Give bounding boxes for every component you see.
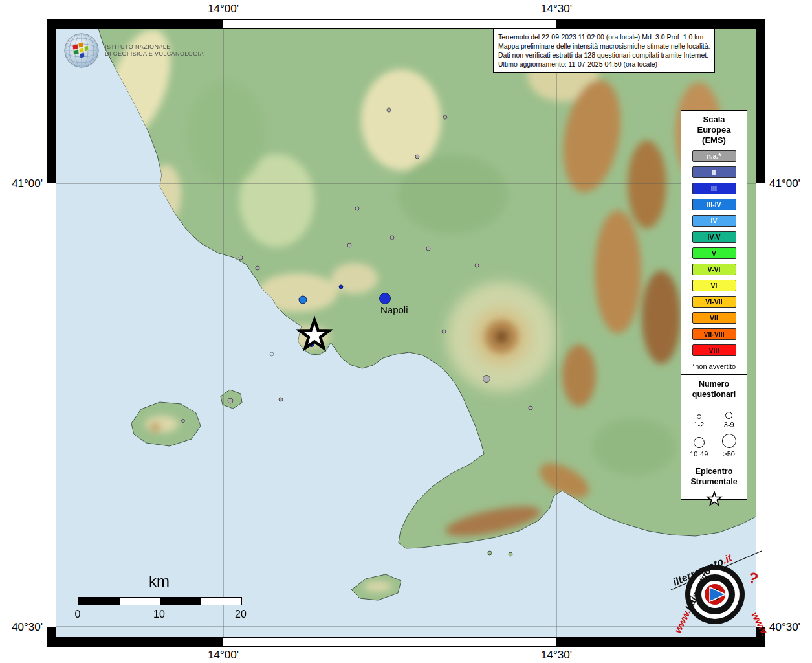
scale-segment [78,598,119,605]
legend-box: Scala Europea (EMS) n.a.*IIIIIIII-IVIVIV… [681,110,747,500]
scale-segment [160,598,201,605]
lat-label-left-1: 41°00' [1,177,43,190]
observation-point-na [443,115,447,119]
islet [509,552,512,556]
lat-label-right-1: 41°00' [769,177,812,190]
scale-segment [119,598,160,605]
observation-point-na [442,330,446,333]
epicenter-title-line2: Strumentale [681,477,747,487]
questionnaire-sizes: 1-23-910-49≥50 [681,399,747,462]
scale-bar-unit: km [94,572,224,590]
info-line-updated: Ultimo aggiornamento: 11-07-2025 04:50 (… [498,60,710,69]
ingv-name-line2: DI GEOFISICA E VULCANOLOGIA [105,51,204,58]
watermark-text-right: www. [749,610,771,637]
lon-label-top-1: 14°00' [191,3,256,16]
observation-point-na [279,398,283,401]
crater-lake [270,352,274,356]
questionnaire-size-label: ≥50 [714,450,745,458]
observation-point-III [380,293,391,304]
observation-point-na [475,264,479,267]
questionnaire-circle-icon [694,437,705,448]
city-label-napoli: Napoli [380,304,408,315]
questionnaire-size-label: 3-9 [714,421,745,429]
observation-point-na [387,108,391,112]
legend-title-line3: (EMS) [681,135,747,146]
observation-point-na [415,155,419,159]
observation-point-na [347,243,351,247]
ems-chip-III-IV: III-IV [692,199,736,210]
scale-tick-20: 20 [232,609,250,620]
questionnaire-circle-icon [722,434,736,448]
ems-chip-IV: IV [692,215,736,227]
questionnaire-title-line2: questionari [681,389,747,399]
scale-tick-0: 0 [70,609,85,620]
questionnaire-size-≥50: ≥50 [714,431,745,458]
ems-chip-VI: VI [692,280,736,291]
ems-chip-V-VI: V-VI [692,264,736,275]
observation-point-III [339,285,343,289]
questionnaire-size-label: 10-49 [684,450,714,458]
haisentitoilterremoto-watermark: ? www.haisentito ilterremoto.it www. [657,539,776,649]
scale-segment [201,598,241,605]
scale-tick-10: 10 [150,609,168,620]
ems-scale-list: n.a.*IIIIIIII-IVIVIV-VVV-VIVIVI-VIIVIIVI… [681,150,747,356]
lon-label-bottom-2: 14°30' [524,649,589,662]
ems-chip-VI-VII: VI-VII [692,296,736,308]
observation-point-na [239,256,243,260]
questionnaire-circle-icon [697,414,701,419]
ems-chip-V: V [692,247,736,259]
observation-point-na [529,406,532,410]
ems-chip-n.a.*: n.a.* [692,150,736,162]
event-info-box: Terremoto del 22-09-2023 11:02:00 (ora l… [493,28,715,73]
legend-divider [681,462,747,462]
watermark-question-mark: ? [747,568,760,588]
info-line-map-type: Mappa preliminare delle intensità macros… [498,41,710,51]
legend-footnote: *non avvertito [681,363,747,370]
questionnaire-title-line1: Numero [681,379,747,389]
observation-point-na [228,398,233,403]
legend-title-line2: Europea [681,125,747,135]
ems-chip-IV-V: IV-V [692,231,736,243]
observation-point-III-IV [299,296,307,304]
ingv-logo: ISTITUTO NAZIONALE DI GEOFISICA E VULCAN… [63,32,204,69]
lon-label-bottom-1: 14°00' [191,649,256,662]
legend-star-icon [706,491,723,508]
observation-point-na [390,236,394,240]
lat-label-left-2: 40°30' [1,621,43,634]
ems-chip-VIII: VIII [692,344,736,356]
legend-title-line1: Scala [681,115,747,125]
watermark-www: www. [672,607,692,635]
observation-point-na [483,376,490,383]
questionnaire-size-10-49: 10-49 [684,431,714,458]
ems-chip-VII: VII [692,312,736,324]
info-line-event: Terremoto del 22-09-2023 11:02:00 (ora l… [498,32,710,41]
observation-point-na [355,207,359,210]
islet [488,551,492,555]
ingv-name-line1: ISTITUTO NAZIONALE [105,43,204,51]
observation-point-na [256,266,259,270]
ingv-globe-icon [63,32,100,69]
questionnaire-size-1-2: 1-2 [684,402,714,429]
questionnaire-size-3-9: 3-9 [714,402,745,429]
macroseismic-map-page: Napoli 14°00' 14°30' 14°00' 14°30' 41°00… [0,0,812,663]
questionnaire-size-label: 1-2 [684,421,714,429]
observation-point-na [182,420,185,423]
ems-chip-II: II [692,166,736,178]
observation-point-na [426,247,430,251]
epicenter-title-line1: Epicentro [681,466,747,477]
lon-label-top-2: 14°30' [524,3,589,16]
info-line-data-source: Dati non verificati estratti da 128 ques… [498,51,710,60]
legend-divider [681,374,747,375]
ems-chip-III: III [692,183,736,194]
ems-chip-VII-VIII: VII-VIII [692,328,736,340]
scale-bar [78,597,242,605]
questionnaire-circle-icon [725,412,732,419]
